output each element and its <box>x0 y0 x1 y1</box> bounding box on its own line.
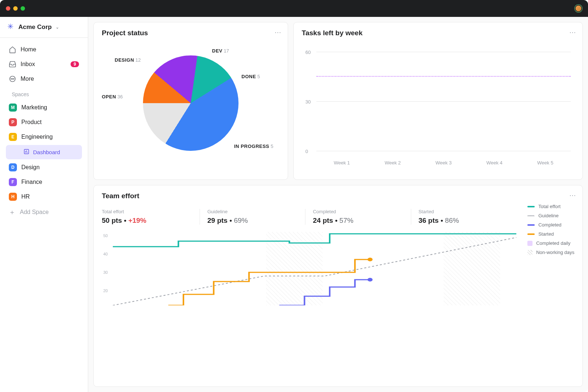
stat-label: Completed <box>313 209 403 214</box>
y-axis-label: 30 <box>305 99 311 105</box>
project-status-card: Project status ⋯ DEV 17 DONE 5 IN PROGRE… <box>93 22 288 180</box>
nav-label: Home <box>21 46 36 53</box>
stat-label: Guideline <box>207 209 298 214</box>
x-axis-label: Week 1 <box>334 160 350 166</box>
card-menu-button[interactable]: ⋯ <box>569 191 576 199</box>
space-icon: H <box>9 193 17 201</box>
space-label: Product <box>21 119 42 126</box>
pie-label-inprogress: IN PROGRESS 5 <box>234 144 273 149</box>
space-hr[interactable]: H HR <box>4 189 84 204</box>
space-design[interactable]: D Design <box>4 160 84 175</box>
chevron-down-icon: ⌄ <box>55 25 59 30</box>
team-effort-card: Team effort ⋯ Total effort 50 pts • +19%… <box>93 185 583 387</box>
workspace-logo-icon <box>7 23 15 31</box>
svg-point-3 <box>14 79 14 79</box>
legend-item: Guideline <box>527 213 574 218</box>
svg-point-2 <box>12 79 13 79</box>
stat-pct: 86% <box>445 217 459 224</box>
nav-home[interactable]: Home <box>4 42 84 57</box>
card-title: Tasks left by week <box>302 29 574 37</box>
user-avatar[interactable] <box>575 5 582 12</box>
stat-pct: 69% <box>234 217 248 224</box>
stat-value: 24 pts <box>313 217 333 224</box>
legend-item: Total effort <box>527 204 574 209</box>
stat-guideline: Guideline 29 pts • 69% <box>207 209 305 225</box>
close-window-button[interactable] <box>6 6 10 11</box>
spaces-section-label: Spaces <box>4 86 84 100</box>
card-title: Team effort <box>102 192 574 200</box>
space-label: Design <box>21 164 40 171</box>
legend: Total effort Guideline Completed Started… <box>527 204 574 305</box>
legend-item: Started <box>527 231 574 237</box>
stat-delta: +19% <box>128 217 146 224</box>
space-marketing[interactable]: M Marketing <box>4 100 84 115</box>
svg-point-1 <box>11 79 12 79</box>
window-titlebar <box>0 0 588 17</box>
sub-item-label: Dashboard <box>33 149 60 155</box>
y-axis-label: 30 <box>103 270 108 275</box>
card-menu-button[interactable]: ⋯ <box>275 28 281 36</box>
stat-value: 36 pts <box>419 217 439 224</box>
main-content: Project status ⋯ DEV 17 DONE 5 IN PROGRE… <box>88 17 588 392</box>
card-title: Project status <box>102 29 280 37</box>
more-icon <box>9 75 16 83</box>
legend-item: Completed daily <box>527 240 574 246</box>
space-icon: M <box>9 104 17 112</box>
stat-label: Total effort <box>102 209 192 214</box>
nav-inbox[interactable]: Inbox 9 <box>4 57 84 72</box>
inbox-badge: 9 <box>71 61 79 67</box>
tasks-left-card: Tasks left by week ⋯ 60 30 0 <box>293 22 583 180</box>
sidebar: Acme Corp ⌄ Home Inbox 9 More <box>0 17 88 392</box>
dashboard-icon <box>24 149 29 156</box>
line-chart: 50 40 30 20 <box>113 232 516 305</box>
space-label: Engineering <box>21 134 53 140</box>
space-label: Marketing <box>21 104 47 111</box>
x-axis-label: Week 4 <box>486 160 502 166</box>
maximize-window-button[interactable] <box>21 6 25 11</box>
nav-label: Inbox <box>21 61 35 68</box>
space-finance[interactable]: F Finance <box>4 175 84 189</box>
x-axis-label: Week 2 <box>385 160 401 166</box>
space-icon: D <box>9 163 17 171</box>
space-product[interactable]: P Product <box>4 115 84 130</box>
card-menu-button[interactable]: ⋯ <box>569 28 576 36</box>
nav-label: More <box>21 76 34 82</box>
inbox-icon <box>9 61 16 68</box>
legend-item: Non-working days <box>527 250 574 255</box>
sidebar-item-dashboard[interactable]: Dashboard <box>6 145 82 159</box>
y-axis-label: 50 <box>103 233 108 238</box>
home-icon <box>9 46 16 53</box>
plus-icon: ＋ <box>9 208 15 217</box>
stat-value: 29 pts <box>207 217 227 224</box>
legend-item: Completed <box>527 222 574 228</box>
y-axis-label: 60 <box>305 50 311 55</box>
stat-label: Started <box>419 209 509 214</box>
stat-value: 50 pts <box>102 217 122 224</box>
y-axis-label: 40 <box>103 252 108 256</box>
space-icon: P <box>9 118 17 126</box>
stat-total-effort: Total effort 50 pts • +19% <box>102 209 200 225</box>
minimize-window-button[interactable] <box>13 6 18 11</box>
add-space-button[interactable]: ＋ Add Space <box>4 204 84 220</box>
stat-completed: Completed 24 pts • 57% <box>313 209 411 225</box>
space-engineering[interactable]: E Engineering <box>4 130 84 144</box>
stat-pct: 57% <box>340 217 354 224</box>
x-axis-label: Week 3 <box>435 160 452 166</box>
space-label: HR <box>21 193 30 200</box>
pie-label-open: OPEN 36 <box>102 94 123 99</box>
svg-point-6 <box>368 278 373 282</box>
x-axis-label: Week 5 <box>537 160 553 166</box>
stat-started: Started 36 pts • 86% <box>419 209 516 225</box>
space-label: Finance <box>21 179 42 185</box>
add-space-label: Add Space <box>20 209 49 215</box>
pie-chart <box>143 55 239 151</box>
space-icon: F <box>9 178 17 186</box>
space-icon: E <box>9 133 17 141</box>
pie-label-done: DONE 5 <box>241 74 260 79</box>
pie-label-design: DESIGN 12 <box>115 57 141 63</box>
svg-point-5 <box>368 258 373 261</box>
workspace-name: Acme Corp <box>18 23 52 31</box>
workspace-switcher[interactable]: Acme Corp ⌄ <box>0 17 88 38</box>
y-axis-label: 0 <box>305 149 308 154</box>
nav-more[interactable]: More <box>4 72 84 86</box>
